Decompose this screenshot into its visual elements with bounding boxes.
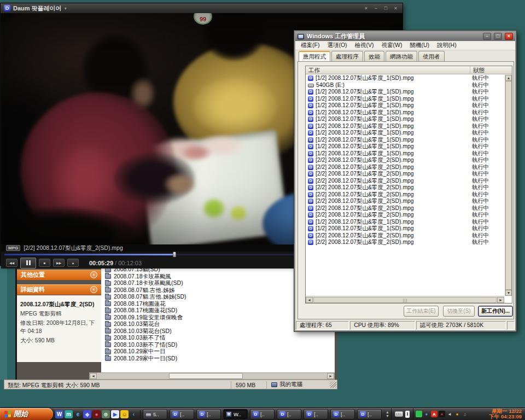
taskbar-button-potplayer[interactable]: [.. xyxy=(277,409,301,419)
menu-item[interactable]: 說明(H) xyxy=(433,40,460,50)
taskbar-button-potplayer[interactable]: [.. xyxy=(196,409,221,419)
player-title-bar[interactable]: D Daum 팟플레이어 ▾ × − □ × xyxy=(1,3,402,13)
quick-launch-globe-icon[interactable]: ⊕ xyxy=(102,410,110,418)
maximize-icon[interactable]: □ xyxy=(382,5,389,11)
file-list-item[interactable]: 2008.10.29家中一日(SD) xyxy=(101,355,335,363)
chevron-collapse-icon[interactable]: » xyxy=(90,286,97,293)
chevron-up-icon[interactable]: ▲ xyxy=(386,411,389,414)
scroll-right-icon[interactable]: ► xyxy=(327,373,334,379)
tab[interactable]: 效能 xyxy=(364,51,384,62)
file-name[interactable]: 2008.10.29家中一日(SD) xyxy=(114,355,177,363)
table-row[interactable]: [1/2] 2008.12.07梨山&零度_1(SD).mpg 執行中 xyxy=(306,123,504,130)
tray-ati-icon[interactable]: A xyxy=(431,411,438,417)
quick-launch-player-icon[interactable]: ▶ xyxy=(111,410,119,418)
quick-launch-smiley-icon[interactable]: ☺ xyxy=(120,410,129,418)
table-row[interactable]: [1/2] 2008.12.07梨山&零度_1(SD).mpg 執行中 xyxy=(306,219,504,226)
scroll-down-icon[interactable]: ▼ xyxy=(505,290,512,296)
pause-button[interactable] xyxy=(20,258,36,269)
quick-launch-msn-icon[interactable]: ‹ xyxy=(130,410,138,418)
table-row[interactable]: [2/2] 2008.12.07梨山&零度_2(SD).mpg 執行中 xyxy=(306,198,504,205)
keyboard-icon[interactable] xyxy=(395,411,403,417)
table-row[interactable]: [2/2] 2008.12.07梨山&零度_2(SD).mpg 執行中 xyxy=(306,232,504,240)
scrollbar-thumb[interactable] xyxy=(313,297,497,303)
table-row[interactable]: [2/2] 2008.12.07梨山&零度_2(SD).mpg 執行中 xyxy=(306,212,504,219)
scroll-left-icon[interactable]: ◄ xyxy=(306,297,313,303)
close-icon[interactable]: × xyxy=(392,5,399,11)
table-row[interactable]: [1/2] 2008.12.07梨山&零度_1(SD).mpg 執行中 xyxy=(306,116,504,123)
table-row[interactable]: [2/2] 2008.12.07梨山&零度_2(SD).mpg 執行中 xyxy=(306,164,504,171)
table-row[interactable]: [1/2] 2008.12.07梨山&零度_1(SD).mpg 執行中 xyxy=(306,89,504,96)
taskbar-button-potplayer[interactable]: [.. xyxy=(330,409,355,419)
menu-item[interactable]: 關機(U) xyxy=(406,40,434,50)
scrollbar-thumb[interactable] xyxy=(169,373,243,379)
maximize-icon[interactable]: □ xyxy=(494,33,502,40)
scrollbar-thumb[interactable] xyxy=(505,81,512,290)
vertical-scrollbar[interactable]: ▲ ▼ xyxy=(505,75,512,296)
file-list-item[interactable]: 2008.10.29家中一日 xyxy=(101,348,335,355)
tab[interactable]: 使用者 xyxy=(418,51,445,62)
minimize-icon[interactable]: − xyxy=(483,33,491,40)
input-indicator[interactable]: I xyxy=(405,411,410,418)
table-row[interactable]: [1/2] 2008.12.07梨山&零度_1(SD).mpg 執行中 xyxy=(306,102,504,109)
taskbar-button-potplayer[interactable]: [.. xyxy=(357,409,382,419)
table-row[interactable]: [1/2] 2008.12.07梨山&零度_1(SD).mpg 執行中 xyxy=(306,225,504,232)
player-menu-icon[interactable]: × xyxy=(363,5,370,11)
eject-button[interactable]: ▲ xyxy=(67,259,79,267)
tray-audio-icon[interactable]: ♫ xyxy=(462,411,468,417)
table-row[interactable]: [2/2] 2008.12.07梨山&零度_2(SD).mpg 執行中 xyxy=(306,205,504,212)
chevron-expand-icon[interactable]: » xyxy=(90,271,97,278)
table-row[interactable]: 540GB (E:) 執行中 xyxy=(306,82,504,89)
switch-to-button[interactable]: 切換至(S) xyxy=(443,306,475,317)
menu-item[interactable]: 檔案(F) xyxy=(297,40,323,50)
quick-launch-ie-icon[interactable]: e xyxy=(74,410,82,418)
other-places-header[interactable]: 其他位置 » xyxy=(17,270,101,280)
menu-item[interactable]: 檢視(V) xyxy=(351,40,378,50)
table-row[interactable]: [1/2] 2008.12.07梨山&零度_1(SD).mpg 執行中 xyxy=(306,96,504,103)
horizontal-scrollbar[interactable]: ◄ ► xyxy=(306,296,504,303)
taskbar-button-540gb[interactable]: 5.. xyxy=(143,409,167,419)
previous-button[interactable]: ◀◀ xyxy=(6,259,18,267)
file-list-item[interactable]: 2008.10.03新不了情(SD) xyxy=(101,342,335,349)
table-row[interactable]: [1/2] 2008.12.07梨山&零度_1(SD).mpg 執行中 xyxy=(306,75,504,82)
menu-item[interactable]: 視窗(W) xyxy=(378,40,406,50)
scroll-right-icon[interactable]: ► xyxy=(497,297,504,303)
file-list-item[interactable]: 2008.10.03新不了情 xyxy=(101,335,335,342)
tray-scheduler-icon[interactable]: ● xyxy=(454,411,460,417)
tray-green-app-icon[interactable] xyxy=(416,411,422,417)
taskbar-button-taskmgr[interactable]: W.. xyxy=(223,409,248,419)
details-header[interactable]: 詳細資料 » xyxy=(17,284,101,295)
taskbar-button-potplayer[interactable]: [.. xyxy=(170,409,194,419)
table-row[interactable]: [1/2] 2008.12.07梨山&零度_1(SD).mpg 執行中 xyxy=(306,143,504,150)
table-row[interactable]: [2/2] 2008.12.07梨山&零度_2(SD).mpg 執行中 xyxy=(306,239,504,246)
table-row[interactable]: [2/2] 2008.12.07梨山&零度_2(SD).mpg 執行中 xyxy=(306,191,504,199)
table-row[interactable]: [2/2] 2008.12.07梨山&零度_2(SD).mpg 執行中 xyxy=(306,157,504,164)
end-task-button[interactable]: 工作結束(E) xyxy=(404,306,439,317)
tab[interactable]: 網路功能 xyxy=(386,51,417,62)
quick-launch-app-icon[interactable]: ◆ xyxy=(83,410,91,418)
stop-button[interactable]: ■ xyxy=(39,259,50,267)
quick-launch-doc-icon[interactable]: W xyxy=(55,410,63,418)
quick-launch-daum-icon[interactable]: m xyxy=(65,410,73,418)
title-caret-icon[interactable]: ▾ xyxy=(65,6,67,11)
list-header[interactable]: 工作 狀態 xyxy=(306,66,512,74)
table-row[interactable]: [2/2] 2008.12.07梨山&零度_2(SD).mpg 執行中 xyxy=(306,184,504,191)
next-button[interactable]: ▶▶ xyxy=(53,259,65,267)
start-button[interactable]: 開始 xyxy=(0,408,53,420)
scroll-up-icon[interactable]: ▲ xyxy=(505,75,512,81)
taskmgr-title-bar[interactable]: Windows 工作管理員 − □ × xyxy=(295,32,515,41)
quick-launch-media-icon[interactable]: ● xyxy=(92,410,101,418)
language-bar[interactable]: I xyxy=(391,408,413,420)
scroll-left-icon[interactable]: ◄ xyxy=(90,373,97,379)
tab[interactable]: 應用程式 xyxy=(299,51,330,62)
table-row[interactable]: [1/2] 2008.12.07梨山&零度_1(SD).mpg 執行中 xyxy=(306,130,504,137)
explorer-horizontal-scrollbar[interactable]: ◄ ► xyxy=(89,372,335,380)
taskbar-button-potplayer[interactable]: [.. xyxy=(304,409,328,419)
tray-network-icon[interactable]: ● xyxy=(423,411,430,417)
minimize-icon[interactable]: − xyxy=(372,5,380,11)
table-row[interactable]: [2/2] 2008.12.07梨山&零度_2(SD).mpg 執行中 xyxy=(306,178,504,185)
close-icon[interactable]: × xyxy=(505,33,513,40)
taskbar-button-potplayer[interactable]: [.. xyxy=(250,409,275,419)
new-task-button[interactable]: 新工作(N)... xyxy=(478,306,513,317)
tray-volume-icon[interactable]: ◄ xyxy=(446,411,453,417)
menu-item[interactable]: 選項(O) xyxy=(323,40,351,50)
